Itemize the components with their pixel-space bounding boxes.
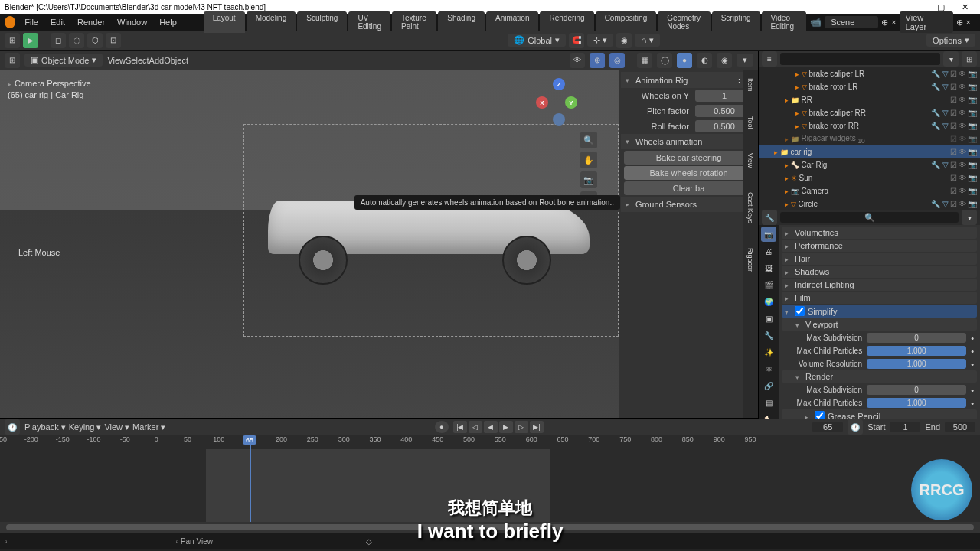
bake-car-steering-button[interactable]: Bake car steering [624,151,753,165]
select-extend-icon[interactable]: ⊡ [106,33,121,48]
timeline-menu-keying[interactable]: Keying ▾ [69,422,102,432]
scene-selector[interactable]: Scene [825,16,878,28]
snap-mode-dropdown[interactable]: ⊹ ▾ [587,34,613,47]
n-tab-view[interactable]: View [745,148,756,172]
3d-viewport[interactable]: ⊞ ▣ Object Mode ▾ ViewSelectAddObject 👁 … [0,51,758,418]
outliner-item[interactable]: ▸ ▽brake rotor LR🔧 ▽☑👁📷 [759,80,980,93]
outliner-item[interactable]: ▸ 📁RR☑👁📷 [759,93,980,106]
n-tab-tool[interactable]: Tool [745,112,756,134]
props-section-performance[interactable]: Performance [782,240,977,252]
zoom-icon[interactable]: 🔍 [580,132,597,148]
props-editor-type-icon[interactable]: 🔧 [762,210,777,225]
tab-render[interactable]: 📷 [761,227,776,242]
new-scene-icon[interactable]: ⊕ [881,18,888,28]
select-lasso-icon[interactable]: ⬡ [87,33,103,48]
bake-wheels-rotation-button[interactable]: Bake wheels rotation [624,166,753,180]
tab-modifier[interactable]: 🔧 [761,328,776,343]
props-section-film[interactable]: Film [782,292,977,304]
tab-world[interactable]: 🌍 [761,294,776,309]
preview-range-icon[interactable]: 🕐 [848,419,863,435]
outliner-item[interactable]: ▸ ▽brake caliper LR🔧 ▽☑👁📷 [759,67,980,80]
menu-help[interactable]: Help [153,16,183,28]
play-reverse-icon[interactable]: ◀ [484,421,498,433]
tab-data[interactable]: ▤ [761,395,776,410]
outliner-item[interactable]: ▸ ▽brake caliper RR🔧 ▽☑👁📷 [759,106,980,119]
timeline-menu-marker[interactable]: Marker ▾ [132,422,165,432]
field-r_max_subdiv[interactable]: 0 [867,385,966,395]
tab-output[interactable]: 🖨 [761,243,776,259]
viewport-menu-view[interactable]: View [107,56,126,65]
rendered-shading-icon[interactable]: ◉ [717,53,732,68]
menu-edit[interactable]: Edit [44,16,71,28]
jump-end-icon[interactable]: ▶| [530,421,544,433]
options-dropdown[interactable]: Options ▾ [926,34,975,47]
current-frame-field[interactable]: 65 [812,422,843,432]
close-button[interactable]: ✕ [954,2,975,12]
timeline-track-area[interactable] [0,449,980,522]
proportional-icon[interactable]: ◉ [616,33,632,48]
props-section-volumetrics[interactable]: Volumetrics [782,227,977,239]
props-search[interactable]: 🔍 [780,212,959,223]
tab-scripting[interactable]: Scripting [712,11,760,33]
props-section-shadows[interactable]: Shadows [782,266,977,278]
outliner-item[interactable]: ▸ 📁car rig☑👁📷 [759,145,980,158]
tab-modeling[interactable]: Modeling [247,11,296,33]
timeline-ruler[interactable]: -250-200-150-100-50050100150200250300350… [0,435,980,449]
props-options-icon[interactable]: ▾ [962,210,977,225]
timeline-menu-playback[interactable]: Playback ▾ [24,422,66,432]
pan-icon[interactable]: ✋ [580,152,597,168]
n-tab-cast-keys[interactable]: Cast Keys [745,187,756,228]
menu-file[interactable]: File [18,16,44,28]
field-vol_res[interactable]: 1.000 [867,359,966,369]
camera-view-icon[interactable]: 📷 [580,171,597,188]
viewport-menu-add[interactable]: Add [149,56,165,65]
outliner-search[interactable] [780,53,940,65]
play-icon[interactable]: ▶ [499,421,513,433]
keyframe-next-icon[interactable]: ▷ [514,421,528,433]
tab-scene[interactable]: 🎬 [761,277,776,292]
tab-texture-paint[interactable]: Texture Paint [392,11,436,33]
tab-uv-editing[interactable]: UV Editing [348,11,390,33]
viewport-menu-select[interactable]: Select [126,56,149,65]
orientation-dropdown[interactable]: 🌐 Global ▾ [508,34,566,47]
selectability-icon[interactable]: 👁 [570,53,585,68]
timeline-menu-view[interactable]: View ▾ [104,422,129,432]
tab-particles[interactable]: ✨ [761,344,776,360]
delete-viewlayer-icon[interactable]: × [966,18,971,27]
tab-shading[interactable]: Shading [438,11,485,33]
tab-object[interactable]: ▣ [761,311,776,326]
panel-wheels-animation[interactable]: Wheels animation [621,134,756,149]
props-viewport[interactable]: Viewport [782,318,977,331]
menu-render[interactable]: Render [71,16,111,28]
n-tab-item[interactable]: Item [745,73,756,96]
matprev-shading-icon[interactable]: ◐ [697,53,712,68]
tab-rendering[interactable]: Rendering [540,11,593,33]
clear-bake-button[interactable]: Clear ba [624,181,753,195]
outliner-item[interactable]: ▸ ☀Sun☑👁📷 [759,171,980,184]
overlay-icon[interactable]: ◎ [609,53,625,68]
tab-layout[interactable]: Layout [204,11,245,33]
gizmo-icon[interactable]: ⊕ [590,53,605,68]
browse-scene-icon[interactable]: 📹 [810,17,822,28]
keyframe-prev-icon[interactable]: ◁ [469,421,482,433]
tab-constraints[interactable]: 🔗 [761,378,776,393]
minimize-button[interactable]: — [906,2,928,11]
outliner-display-mode-icon[interactable]: ≡ [762,51,777,67]
tab-physics[interactable]: ⚛ [761,361,776,377]
mode-selector[interactable]: ▣ Object Mode ▾ [24,54,103,67]
panel-ground-sensors[interactable]: Ground Sensors [621,197,756,212]
editor-type-icon[interactable]: ⊞ [5,53,20,68]
select-box-icon[interactable]: ◻ [51,33,66,48]
axis-gizmo[interactable]: Z X Y [536,78,582,124]
tab-compositing[interactable]: Compositing [596,11,657,33]
solid-shading-icon[interactable]: ● [677,53,692,68]
filter-icon[interactable]: ▾ [943,51,959,67]
menu-window[interactable]: Window [111,16,153,28]
end-frame-field[interactable]: 500 [945,422,975,432]
maximize-button[interactable]: ▢ [930,2,952,12]
tab-sculpting[interactable]: Sculpting [297,11,347,33]
wireframe-shading-icon[interactable]: ◯ [657,53,672,68]
outliner-item[interactable]: ▸ 📁Rigacar widgets 10☑👁📷 [759,132,980,145]
props-render[interactable]: Render [782,370,977,383]
simplify-checkbox[interactable] [795,306,805,316]
